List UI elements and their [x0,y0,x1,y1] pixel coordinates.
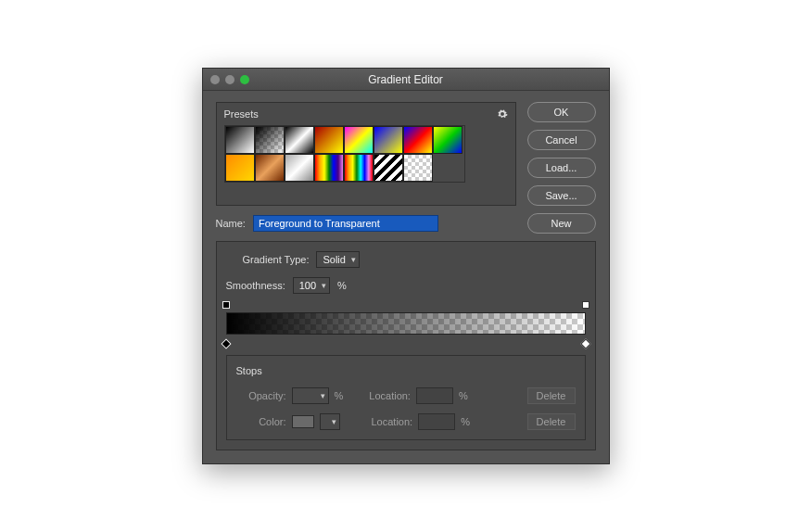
opacity-label: Opacity: [236,390,286,401]
color-label: Color: [236,416,286,427]
gradient-type-label: Gradient Type: [243,254,310,265]
color-stop-left[interactable] [221,338,231,348]
cancel-button[interactable]: Cancel [527,130,596,150]
preset-swatch[interactable] [433,126,463,154]
smoothness-input[interactable]: 100 [293,277,330,294]
preset-swatch[interactable] [255,154,285,182]
stops-panel: Stops Opacity: % Location: % Delete Colo… [226,355,586,440]
opacity-location-input[interactable] [416,387,453,404]
opacity-delete-button[interactable]: Delete [527,387,576,404]
name-input[interactable] [253,215,438,232]
gear-icon[interactable] [497,108,508,120]
titlebar: Gradient Editor [203,69,609,91]
gradient-settings-panel: Gradient Type: Solid Smoothness: 100 % S… [216,241,596,450]
opacity-stop-left[interactable] [222,301,230,309]
smoothness-label: Smoothness: [226,280,285,291]
preset-swatches [224,125,465,183]
stops-heading: Stops [236,365,576,376]
color-delete-button[interactable]: Delete [527,413,576,430]
preset-swatch[interactable] [225,126,255,154]
preset-swatch[interactable] [314,126,344,154]
color-location-unit: % [461,416,470,427]
preset-swatch[interactable] [374,126,403,154]
name-label: Name: [216,218,246,229]
opacity-location-label: Location: [369,390,411,401]
color-swatch[interactable] [292,415,314,428]
color-dropdown[interactable] [320,413,340,430]
color-location-input[interactable] [418,413,455,430]
new-button[interactable]: New [527,213,596,234]
preset-swatch[interactable] [314,154,344,182]
opacity-stop-right[interactable] [582,301,589,309]
save-button[interactable]: Save... [527,185,596,206]
gradient-bar[interactable] [226,303,586,344]
presets-label: Presets [224,108,259,120]
load-button[interactable]: Load... [527,158,596,178]
preset-swatch[interactable] [225,154,255,182]
gradient-editor-dialog: Gradient Editor Presets OK Cancel Load..… [202,68,610,464]
opacity-input[interactable] [292,387,329,404]
opacity-location-unit: % [459,390,468,401]
gradient-preview [226,312,586,335]
preset-swatch[interactable] [285,154,314,182]
preset-swatch[interactable] [344,126,374,154]
dialog-title: Gradient Editor [203,73,609,86]
ok-button[interactable]: OK [527,102,596,122]
preset-swatch[interactable] [344,154,374,182]
presets-panel: Presets [216,102,516,206]
preset-swatch[interactable] [374,154,403,182]
smoothness-unit: % [337,280,347,291]
gradient-type-select[interactable]: Solid [316,251,359,268]
preset-swatch[interactable] [403,126,433,154]
preset-swatch[interactable] [403,154,433,182]
opacity-unit: % [335,390,344,401]
color-stop-right[interactable] [580,338,590,348]
color-location-label: Location: [372,416,413,427]
preset-swatch[interactable] [255,126,285,154]
preset-swatch[interactable] [285,126,314,154]
